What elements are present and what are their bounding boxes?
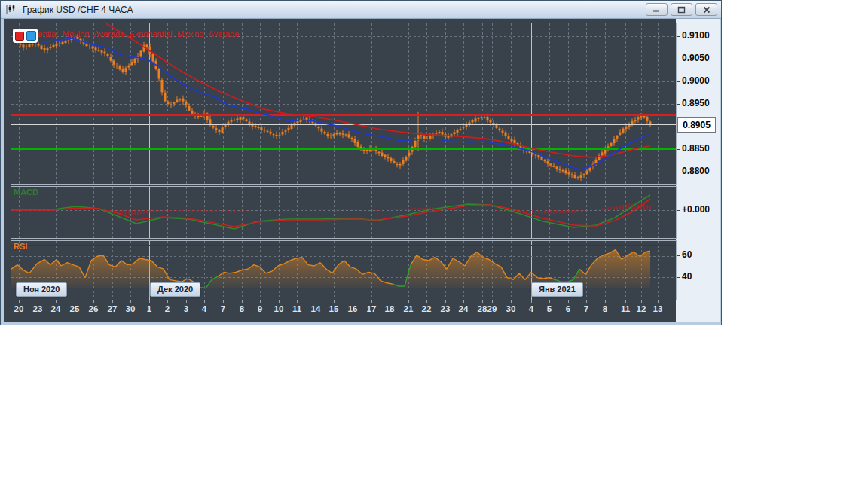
macd-label: MACD [14,188,38,197]
current-price-tag: 0.8905 [677,117,716,133]
restore-button[interactable] [671,3,692,16]
price-tick-label: 0.9000 [682,75,710,86]
price-panel[interactable]: Exponential_Moving_Average ,Exponential_… [11,23,677,185]
desktop: График USD /CHF 4 ЧАСА 0.8905 0.91000.90… [0,0,868,488]
price-tick-label: 0.8950 [682,98,710,108]
close-icon [703,6,711,14]
chart-window: График USD /CHF 4 ЧАСА 0.8905 0.91000.90… [0,0,722,325]
price-tick-label: 0.8800 [682,166,710,176]
close-button[interactable] [695,3,717,16]
blue-ema-swatch-icon [26,31,36,41]
indicator-legend [13,29,38,43]
rsi-panel[interactable]: RSI [11,240,677,300]
rsi-label: RSI [14,242,27,251]
price-tick-label: 0.9100 [682,30,710,41]
rsi-chart[interactable] [11,241,676,300]
candlestick-app-icon [5,4,18,15]
restore-icon [677,6,686,14]
price-tick-label: 0.8850 [682,143,710,154]
price-axis[interactable]: 0.8905 0.91000.90500.90000.89500.88500.8… [676,19,720,322]
rsi-level-label: 60 [682,249,692,260]
rsi-level-label: 40 [682,271,692,282]
red-ema-swatch-icon [15,32,24,41]
window-title: График USD /CHF 4 ЧАСА [23,5,133,15]
price-chart[interactable] [11,23,676,184]
minimize-icon [653,6,661,13]
macd-chart[interactable] [11,187,676,238]
macd-panel[interactable]: MACD [11,186,677,239]
indicator-legend-text: Exponential_Moving_Average ,Exponential_… [14,29,239,38]
price-tick-label: 0.9050 [682,53,710,63]
macd-zero-label: +0.000 [682,204,710,215]
window-titlebar[interactable]: График USD /CHF 4 ЧАСА [1,1,721,19]
minimize-button[interactable] [646,3,668,16]
